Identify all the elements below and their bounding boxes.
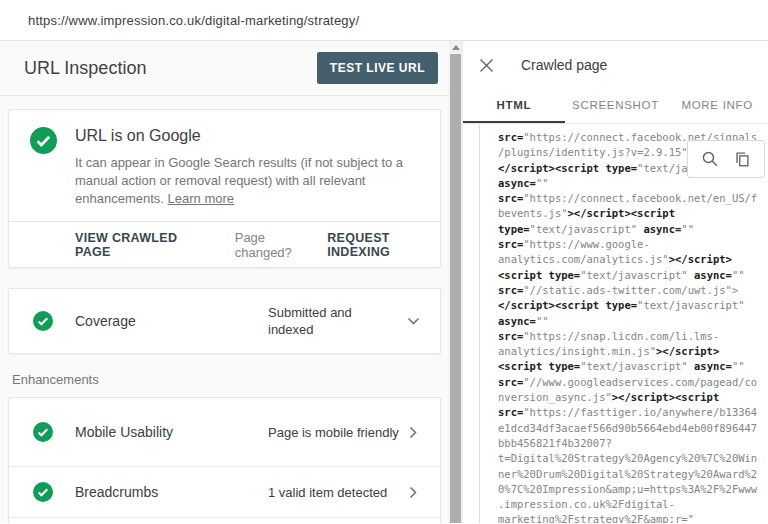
code-line: nversion_async.js"></script><script xyxy=(498,390,768,405)
code-line: bbb456821f4b32007? xyxy=(498,436,768,451)
enhancement-row-breadcrumbs[interactable]: Breadcrumbs 1 valid item detected xyxy=(9,467,440,517)
url-bar: https://www.impression.co.uk/digital-mar… xyxy=(0,0,768,41)
chevron-cell xyxy=(400,317,426,326)
chevron-right-icon xyxy=(409,426,418,439)
coverage-card: Coverage Submitted and indexed xyxy=(8,288,441,354)
code-line: analytics/insight.min.js"></script> xyxy=(498,344,768,359)
crawled-page-panel: Crawled page HTML SCREENSHOT MORE INFO s… xyxy=(462,41,768,523)
code-line: src="//www.googleadservices.com/pagead/c… xyxy=(498,375,768,390)
breadcrumbs-label: Breadcrumbs xyxy=(75,484,268,500)
mobile-usability-label: Mobile Usability xyxy=(75,424,268,440)
code-line: src="https://snap.licdn.com/li.lms- xyxy=(498,329,768,344)
code-line: </script><script type="text/javascript" xyxy=(498,298,768,313)
check-circle-icon xyxy=(33,482,53,502)
chevron-cell xyxy=(400,486,426,499)
mobile-usability-value: Page is mobile friendly xyxy=(268,424,400,441)
coverage-row[interactable]: Coverage Submitted and indexed xyxy=(9,289,440,353)
code-toolbar xyxy=(687,140,765,178)
tab-html[interactable]: HTML xyxy=(463,89,565,123)
enhancements-card: Mobile Usability Page is mobile friendly… xyxy=(8,397,441,523)
card-padding xyxy=(9,518,440,523)
index-status-description: It can appear in Google Search results (… xyxy=(75,154,420,208)
chevron-cell xyxy=(400,426,426,439)
breadcrumbs-value: 1 valid item detected xyxy=(268,484,400,501)
index-status-title: URL is on Google xyxy=(75,127,420,145)
copy-icon[interactable] xyxy=(733,150,751,168)
crawled-page-header: Crawled page xyxy=(463,41,768,89)
check-circle-icon xyxy=(30,127,57,154)
index-status-card: URL is on Google It can appear in Google… xyxy=(8,109,441,268)
code-line: src="https://connect.facebook.net/en_US/… xyxy=(498,191,768,206)
code-line: src="//static.ads-twitter.com/uwt.js"> xyxy=(498,283,768,298)
index-status-actions: VIEW CRAWLED PAGE Page changed? REQUEST … xyxy=(9,221,440,267)
view-crawled-page-link[interactable]: VIEW CRAWLED PAGE xyxy=(75,231,199,259)
code-line: .impression.co.uk%2Fdigital- xyxy=(498,497,768,512)
tab-screenshot[interactable]: SCREENSHOT xyxy=(565,89,667,123)
learn-more-link[interactable]: Learn more xyxy=(168,191,234,206)
chevron-down-icon xyxy=(407,317,420,326)
index-status-description-text: It can appear in Google Search results (… xyxy=(75,155,403,206)
code-line: marketing%2Fstrategy%2F&amp;r=" xyxy=(498,512,768,523)
tab-more-info[interactable]: MORE INFO xyxy=(666,89,768,123)
code-line: bevents.js"></script><script xyxy=(498,206,768,221)
search-icon[interactable] xyxy=(701,150,719,168)
code-line: async="" xyxy=(498,314,768,329)
check-circle-icon xyxy=(33,311,53,331)
url-inspection-panel: URL Inspection TEST LIVE URL URL is on G… xyxy=(0,41,449,523)
coverage-value: Submitted and indexed xyxy=(268,304,400,338)
scroll-up-arrow-icon[interactable] xyxy=(452,45,460,50)
scrollbar-thumb[interactable] xyxy=(450,54,461,523)
crawled-page-tabs: HTML SCREENSHOT MORE INFO xyxy=(463,89,768,124)
page-title: URL Inspection xyxy=(24,58,146,79)
html-source-view[interactable]: src="https://connect.facebook.net/signal… xyxy=(479,125,768,523)
inspection-header: URL Inspection TEST LIVE URL xyxy=(0,41,449,96)
code-line: analytics.com/analytics.js"></script> xyxy=(498,252,768,267)
code-line: e1dcd34df3acaef566d90b5664ebd4eb00f89644… xyxy=(498,421,768,436)
code-line: t=Digital%20Strategy%20Agency%20%7C%20Wi… xyxy=(498,451,768,466)
request-indexing-link[interactable]: REQUEST INDEXING xyxy=(327,231,440,259)
chevron-right-icon xyxy=(409,486,418,499)
enhancements-heading: Enhancements xyxy=(12,372,449,387)
enhancement-row-mobile-usability[interactable]: Mobile Usability Page is mobile friendly xyxy=(9,398,440,466)
code-line: src="https://www.google- xyxy=(498,237,768,252)
crawled-page-title: Crawled page xyxy=(521,57,607,73)
code-line: ner%20Drum%20Digital%20Strategy%20Award%… xyxy=(498,467,768,482)
test-live-url-button[interactable]: TEST LIVE URL xyxy=(317,52,438,84)
left-panel-scrollbar[interactable] xyxy=(449,41,462,523)
index-status-body: URL is on Google It can appear in Google… xyxy=(9,110,440,221)
check-circle-icon xyxy=(33,422,53,442)
page-changed-label: Page changed? xyxy=(235,230,315,260)
code-line: src="https://fasttiger.io/anywhere/b1336… xyxy=(498,405,768,420)
code-line: async="" xyxy=(498,176,768,191)
code-line: <script type="text/javascript" async="" xyxy=(498,359,768,374)
code-line: <script type="text/javascript" async="" xyxy=(498,268,768,283)
coverage-label: Coverage xyxy=(75,313,268,329)
close-icon[interactable] xyxy=(479,58,494,73)
main-area: URL Inspection TEST LIVE URL URL is on G… xyxy=(0,41,768,523)
code-line: 0%7C%20Impression&amp;u=https%3A%2F%2Fww… xyxy=(498,482,768,497)
inspected-url[interactable]: https://www.impression.co.uk/digital-mar… xyxy=(28,13,359,28)
code-line: type="text/javascript" async="" xyxy=(498,222,768,237)
